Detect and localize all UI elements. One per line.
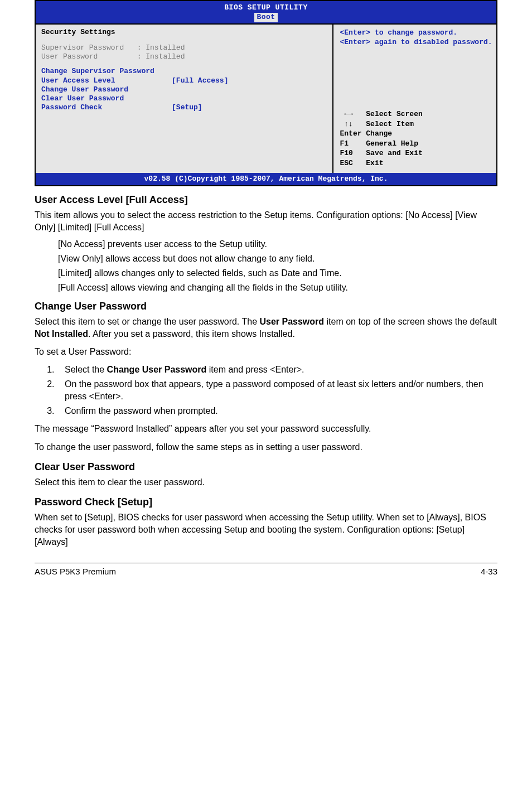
bios-screenshot: BIOS SETUP UTILITY Boot Security Setting…	[35, 0, 497, 186]
para-password-check: When set to [Setup], BIOS checks for use…	[35, 511, 497, 548]
clear-user-password: Clear User Password	[41, 94, 332, 103]
text-span: Select this item to set or change the us…	[35, 317, 259, 326]
para-change-user-password: Select this item to set or change the us…	[35, 316, 497, 340]
heading-clear-user-password: Clear User Password	[35, 461, 497, 473]
change-supervisor-password: Change Supervisor Password	[41, 67, 332, 76]
bios-right-panel: <Enter> to change password. <Enter> agai…	[333, 23, 496, 173]
bold-user-password: User Password	[259, 317, 324, 326]
footer-right: 4-33	[481, 567, 497, 576]
bios-title: BIOS SETUP UTILITY	[36, 3, 496, 12]
heading-user-access-level: User Access Level [Full Access]	[35, 194, 497, 206]
para-user-access-level: This item allows you to select the acces…	[35, 209, 497, 234]
bold-not-installed: Not Installed	[35, 329, 88, 339]
change-user-password: Change User Password	[41, 85, 332, 94]
steps-list: Select the Change User Password item and…	[47, 364, 497, 417]
footer-rule	[35, 563, 497, 563]
bold-change-user-password: Change User Password	[107, 365, 207, 374]
text-span: item and press <Enter>.	[206, 365, 304, 374]
text-span: Select the	[65, 365, 107, 374]
step-2: On the password box that appears, type a…	[57, 378, 497, 403]
supervisor-password-row: Supervisor Password : Installed	[41, 44, 332, 52]
step-3: Confirm the password when prompted.	[57, 405, 497, 417]
para-to-change: To change the user password, follow the …	[35, 441, 497, 453]
step-1: Select the Change User Password item and…	[57, 364, 497, 376]
para-installed-msg: The message “Password Installed” appears…	[35, 423, 497, 435]
user-access-level: User Access Level [Full Access]	[41, 76, 332, 85]
options-list: [No Access] prevents user access to the …	[35, 239, 497, 293]
heading-change-user-password: Change User Password	[35, 301, 497, 312]
text-span: . After you set a password, this item sh…	[88, 329, 295, 339]
bios-help-text: <Enter> to change password. <Enter> agai…	[340, 28, 493, 47]
text-span: item on top of the screen shows the defa…	[324, 317, 497, 326]
bios-left-panel: Security Settings Supervisor Password : …	[36, 23, 333, 173]
opt-full-access: [Full Access] allows viewing and changin…	[58, 283, 497, 293]
security-settings-heading: Security Settings	[41, 28, 332, 37]
opt-limited: [Limited] allows changes only to selecte…	[58, 268, 497, 278]
opt-no-access: [No Access] prevents user access to the …	[58, 239, 497, 249]
opt-view-only: [View Only] allows access but does not a…	[58, 254, 497, 264]
user-password-row: User Password : Installed	[41, 52, 332, 61]
footer-left: ASUS P5K3 Premium	[35, 567, 116, 576]
para-to-set: To set a User Password:	[35, 346, 497, 358]
bios-nav-keys: ←→ Select Screen ↑↓ Select Item Enter Ch…	[340, 109, 493, 168]
para-clear-user-password: Select this item to clear the user passw…	[35, 476, 497, 489]
password-check: Password Check [Setup]	[41, 103, 332, 112]
bios-copyright: v02.58 (C)Copyright 1985-2007, American …	[36, 173, 496, 185]
bios-title-bar: BIOS SETUP UTILITY Boot	[36, 1, 496, 23]
heading-password-check: Password Check [Setup]	[35, 496, 497, 508]
bios-tab-boot: Boot	[254, 13, 277, 22]
page-footer: ASUS P5K3 Premium 4-33	[35, 567, 497, 576]
